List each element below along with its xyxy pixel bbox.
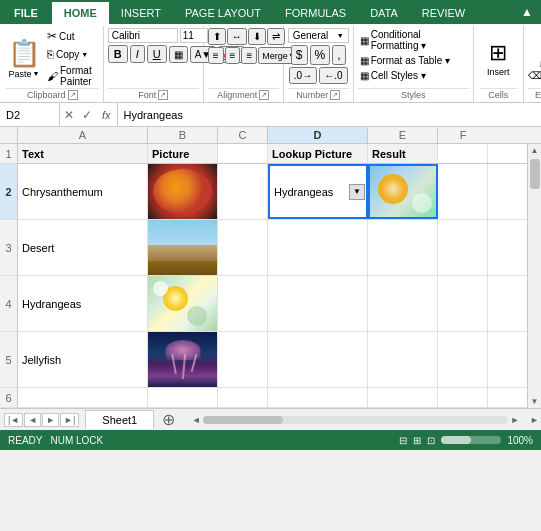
scroll-up-button[interactable]: ▲ — [528, 144, 541, 157]
italic-button[interactable]: I — [130, 45, 145, 63]
cell-C2[interactable] — [218, 164, 268, 219]
align-right-button[interactable]: ≡ — [241, 47, 257, 64]
tab-home[interactable]: HOME — [52, 2, 109, 24]
scroll-right-btn[interactable]: ► — [528, 413, 541, 427]
cell-A6[interactable] — [18, 388, 148, 407]
normal-view-button[interactable]: ⊟ — [399, 435, 407, 446]
align-top-button[interactable]: ⬆ — [208, 28, 226, 45]
underline-button[interactable]: U — [147, 45, 167, 63]
cell-D2[interactable]: Hydrangeas ▼ — [268, 164, 368, 219]
increase-decimal-button[interactable]: .0→ — [289, 67, 317, 84]
comma-button[interactable]: , — [332, 45, 345, 65]
cell-E6[interactable] — [368, 388, 438, 407]
dropdown-button[interactable]: ▼ — [349, 184, 365, 200]
cell-C3[interactable] — [218, 220, 268, 275]
sheet-nav-last[interactable]: ►| — [60, 413, 79, 427]
cell-F3[interactable] — [438, 220, 488, 275]
format-painter-button[interactable]: 🖌 Format Painter — [44, 64, 99, 88]
formula-input[interactable] — [118, 109, 541, 121]
cell-C5[interactable] — [218, 332, 268, 387]
cell-B4[interactable] — [148, 276, 218, 331]
cell-D3[interactable] — [268, 220, 368, 275]
paste-button[interactable]: 📋 Paste ▼ — [6, 36, 42, 81]
percent-button[interactable]: % — [310, 45, 331, 65]
cell-C6[interactable] — [218, 388, 268, 407]
cell-B1[interactable]: Picture — [148, 144, 218, 163]
cell-A1[interactable]: Text — [18, 144, 148, 163]
cells-label: Cells — [480, 88, 517, 100]
align-bottom-button[interactable]: ⬇ — [248, 28, 266, 45]
cell-D5[interactable] — [268, 332, 368, 387]
font-name-input[interactable] — [108, 28, 178, 43]
cell-styles-button[interactable]: ▦ Cell Styles ▾ — [358, 69, 469, 82]
decrease-decimal-button[interactable]: ←.0 — [319, 67, 347, 84]
sheet-nav-next[interactable]: ► — [42, 413, 59, 427]
cell-F2[interactable] — [438, 164, 488, 219]
cell-A3[interactable]: Desert — [18, 220, 148, 275]
cell-F6[interactable] — [438, 388, 488, 407]
clipboard-expand-icon[interactable]: ↗ — [68, 90, 78, 100]
formula-cancel-icon[interactable]: ✕ — [60, 108, 78, 122]
cell-A5[interactable]: Jellyfish — [18, 332, 148, 387]
cell-F5[interactable] — [438, 332, 488, 387]
currency-button[interactable]: $ — [291, 45, 308, 65]
horizontal-scrollbar[interactable]: ◄ ► — [183, 415, 528, 425]
zoom-slider[interactable] — [441, 436, 501, 444]
ribbon-expand-icon[interactable]: ▲ — [513, 0, 541, 24]
vertical-scrollbar[interactable]: ▲ ▼ — [527, 144, 541, 408]
cell-C4[interactable] — [218, 276, 268, 331]
cut-button[interactable]: ✂ Cut — [44, 28, 99, 44]
styles-group: ▦ Conditional Formatting ▾ ▦ Format as T… — [354, 26, 474, 102]
tab-review[interactable]: REVIEW — [410, 2, 477, 24]
cell-F4[interactable] — [438, 276, 488, 331]
align-left-button[interactable]: ≡ — [208, 47, 224, 64]
cell-E3[interactable] — [368, 220, 438, 275]
scroll-down-button[interactable]: ▼ — [528, 395, 541, 408]
conditional-formatting-button[interactable]: ▦ Conditional Formatting ▾ — [358, 28, 469, 52]
sheet-tab-sheet1[interactable]: Sheet1 — [85, 410, 154, 429]
format-as-table-button[interactable]: ▦ Format as Table ▾ — [358, 54, 469, 67]
page-layout-view-button[interactable]: ⊞ — [413, 435, 421, 446]
file-tab[interactable]: FILE — [0, 2, 52, 24]
cell-B5[interactable] — [148, 332, 218, 387]
tab-page-layout[interactable]: PAGE LAYOUT — [173, 2, 273, 24]
cell-D6[interactable] — [268, 388, 368, 407]
font-expand-icon[interactable]: ↗ — [158, 90, 168, 100]
cell-C1[interactable] — [218, 144, 268, 163]
number-expand-icon[interactable]: ↗ — [330, 90, 340, 100]
cell-styles-icon: ▦ — [360, 70, 369, 81]
cell-E4[interactable] — [368, 276, 438, 331]
align-middle-button[interactable]: ↔ — [227, 28, 247, 45]
fx-label: fx — [96, 103, 118, 126]
cell-E5[interactable] — [368, 332, 438, 387]
cell-A4[interactable]: Hydrangeas — [18, 276, 148, 331]
cell-A2[interactable]: Chrysanthemum — [18, 164, 148, 219]
insert-cells-button[interactable]: ⊞ — [489, 40, 507, 66]
cell-D1[interactable]: Lookup Picture — [268, 144, 368, 163]
tab-insert[interactable]: INSERT — [109, 2, 173, 24]
cell-reference-input[interactable] — [0, 103, 60, 126]
cell-B3[interactable] — [148, 220, 218, 275]
cell-D4[interactable] — [268, 276, 368, 331]
copy-button[interactable]: ⎘ Copy ▼ — [44, 47, 99, 61]
clear-button[interactable]: ⌫ Clear — [528, 70, 541, 81]
alignment-expand-icon[interactable]: ↗ — [259, 90, 269, 100]
formula-confirm-icon[interactable]: ✓ — [78, 108, 96, 122]
sheet-nav-first[interactable]: |◄ — [4, 413, 23, 427]
cell-E2[interactable] — [368, 164, 438, 219]
clipboard-group: 📋 Paste ▼ ✂ Cut ⎘ Copy ▼ — [2, 26, 104, 102]
add-sheet-button[interactable]: ⊕ — [154, 410, 183, 429]
page-break-view-button[interactable]: ⊡ — [427, 435, 435, 446]
cell-E1[interactable]: Result — [368, 144, 438, 163]
tab-formulas[interactable]: FORMULAS — [273, 2, 358, 24]
scroll-thumb[interactable] — [530, 159, 540, 189]
align-center-button[interactable]: ≡ — [225, 47, 241, 64]
wrap-text-button[interactable]: ⇌ — [267, 28, 285, 45]
tab-data[interactable]: DATA — [358, 2, 410, 24]
border-button[interactable]: ▦ — [169, 46, 188, 63]
cell-B2[interactable] — [148, 164, 218, 219]
bold-button[interactable]: B — [108, 45, 128, 63]
sheet-nav-prev[interactable]: ◄ — [24, 413, 41, 427]
cell-F1[interactable] — [438, 144, 488, 163]
cell-B6[interactable] — [148, 388, 218, 407]
